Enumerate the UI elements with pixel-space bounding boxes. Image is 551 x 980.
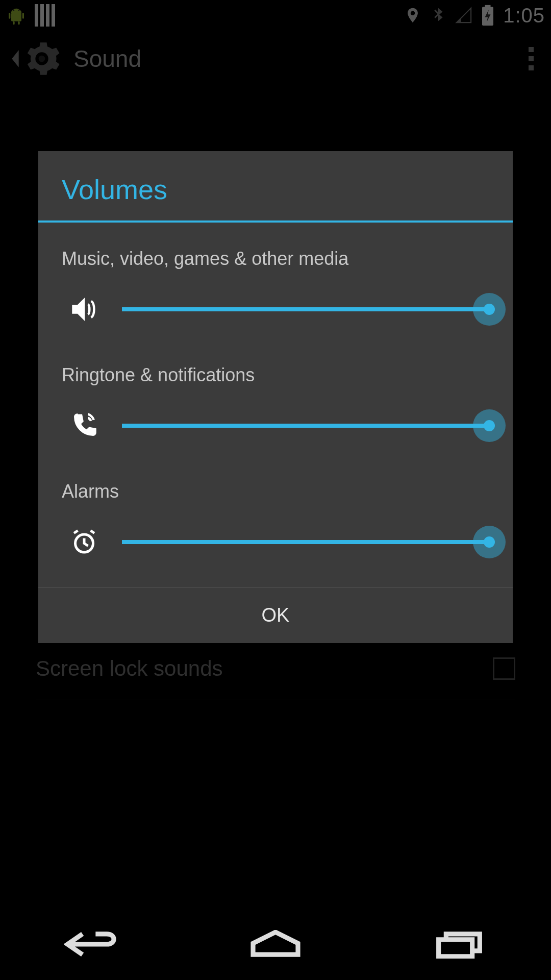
- slider-thumb[interactable]: [473, 409, 506, 442]
- nav-home-button[interactable]: [245, 926, 306, 962]
- slider-fill: [122, 424, 489, 428]
- dialog-body: Music, video, games & other media Ringto…: [38, 223, 513, 587]
- media-volume-group: Music, video, games & other media: [62, 233, 489, 349]
- navigation-bar: [0, 909, 551, 980]
- alarm-volume-slider[interactable]: [122, 526, 489, 558]
- volumes-dialog: Volumes Music, video, games & other medi…: [38, 151, 513, 643]
- ringtone-volume-slider[interactable]: [122, 409, 489, 442]
- dialog-title: Volumes: [62, 174, 489, 205]
- nav-back-button[interactable]: [61, 926, 122, 962]
- slider-fill: [122, 307, 489, 311]
- alarm-volume-label: Alarms: [62, 481, 489, 502]
- nav-recents-button[interactable]: [429, 926, 490, 962]
- ringtone-volume-label: Ringtone & notifications: [62, 364, 489, 386]
- ok-button[interactable]: OK: [38, 587, 513, 643]
- alarm-volume-row: [62, 526, 489, 558]
- speaker-icon: [69, 294, 99, 325]
- phone-ringing-icon: [69, 410, 99, 441]
- screen: 1:05 Sound Screen lock sounds Volumes Mu…: [0, 0, 551, 980]
- ringtone-volume-group: Ringtone & notifications: [62, 349, 489, 465]
- slider-fill: [122, 540, 489, 544]
- slider-thumb[interactable]: [473, 293, 506, 326]
- media-volume-row: [62, 293, 489, 326]
- slider-thumb[interactable]: [473, 526, 506, 558]
- media-volume-label: Music, video, games & other media: [62, 248, 489, 270]
- alarm-clock-icon: [69, 527, 99, 557]
- svg-rect-11: [439, 940, 472, 957]
- alarm-volume-group: Alarms: [62, 465, 489, 582]
- dialog-header: Volumes: [38, 151, 513, 223]
- ringtone-volume-row: [62, 409, 489, 442]
- media-volume-slider[interactable]: [122, 293, 489, 326]
- dialog-footer: OK: [38, 587, 513, 643]
